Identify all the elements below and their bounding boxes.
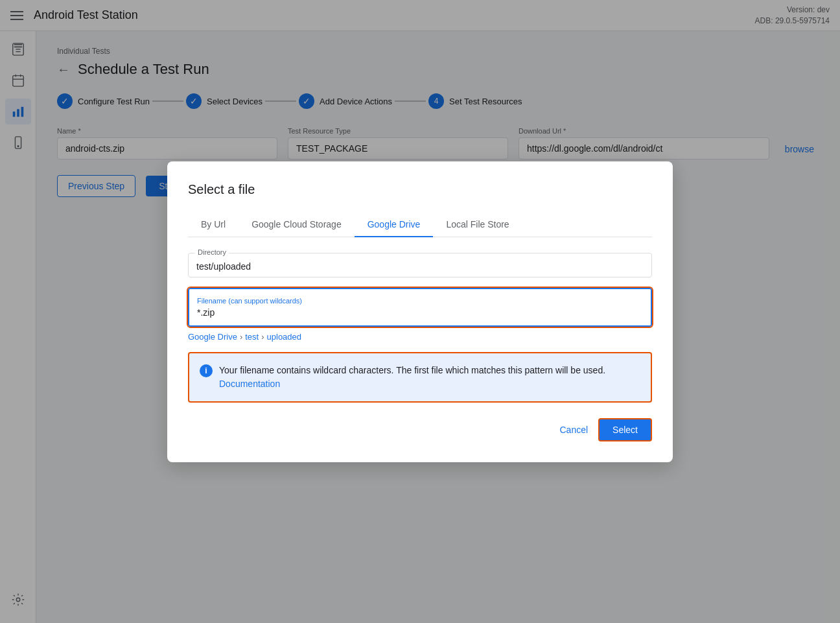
filename-label: Filename (can support wildcards) [197, 297, 324, 305]
path-breadcrumb: Google Drive › test › uploaded [188, 332, 652, 342]
select-file-dialog: Select a file By Url Google Cloud Storag… [167, 161, 673, 462]
directory-field: Directory [188, 253, 652, 277]
info-icon: i [200, 364, 213, 377]
dialog-tabs: By Url Google Cloud Storage Google Drive… [188, 213, 652, 237]
tab-by-url[interactable]: By Url [188, 213, 239, 237]
path-sep-2: › [261, 332, 264, 342]
filename-wrapper: Filename (can support wildcards) [188, 288, 652, 327]
directory-input[interactable] [196, 261, 644, 272]
filename-right [332, 289, 651, 325]
path-sep-1: › [240, 332, 242, 342]
documentation-link[interactable]: Documentation [219, 379, 280, 389]
dialog-overlay: Select a file By Url Google Cloud Storag… [0, 0, 840, 623]
tab-google-drive[interactable]: Google Drive [355, 213, 434, 237]
path-google-drive[interactable]: Google Drive [188, 332, 237, 342]
path-test[interactable]: test [245, 332, 259, 342]
dialog-title: Select a file [188, 182, 652, 197]
info-box: i Your filename contains wildcard charac… [188, 352, 652, 403]
directory-label: Directory [195, 248, 229, 256]
dialog-cancel-button[interactable]: Cancel [559, 425, 588, 435]
filename-field: Filename (can support wildcards) [188, 288, 652, 327]
dialog-select-button[interactable]: Select [598, 418, 652, 441]
dialog-actions: Cancel Select [188, 418, 652, 441]
tab-google-cloud-storage[interactable]: Google Cloud Storage [239, 213, 355, 237]
info-text: Your filename contains wildcard characte… [219, 364, 640, 391]
path-uploaded[interactable]: uploaded [267, 332, 302, 342]
tab-local-file-store[interactable]: Local File Store [433, 213, 522, 237]
filename-label-box: Filename (can support wildcards) [189, 289, 332, 325]
filename-input[interactable] [197, 307, 314, 318]
